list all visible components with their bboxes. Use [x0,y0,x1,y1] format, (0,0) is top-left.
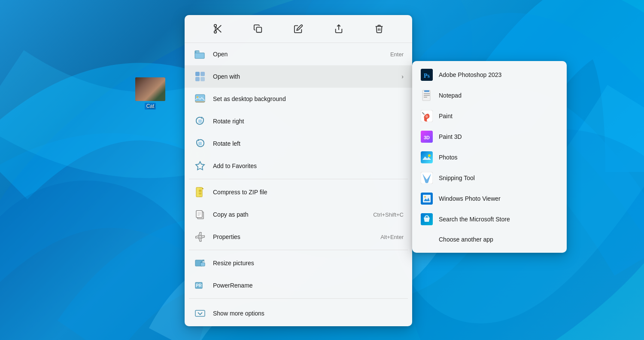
paint3d-label: Paint 3D [439,133,462,140]
compress-label: Compress to ZIP file [213,189,404,196]
svg-rect-17 [200,72,205,76]
submenu-open-with: Ps Adobe Photoshop 2023 Notepad [412,61,567,253]
store-icon [421,213,433,225]
svg-rect-41 [195,101,205,102]
copy-button[interactable] [250,21,266,37]
wpv-icon [421,193,433,205]
properties-label: Properties [213,233,372,240]
menu-item-properties[interactable]: Properties Alt+Enter [185,226,412,248]
svg-point-7 [214,25,217,27]
compress-icon [193,185,207,199]
svg-rect-23 [424,90,429,92]
menu-item-resize[interactable]: Resize pictures [185,252,412,274]
copy-path-icon [193,208,207,221]
properties-icon [193,230,207,244]
svg-rect-48 [199,193,201,194]
submenu-item-notepad[interactable]: Notepad [412,85,567,106]
svg-text:3D: 3D [424,135,430,140]
photos-label: Photos [439,154,458,161]
favorites-icon [193,159,207,173]
menu-item-rotate-left[interactable]: Rotate left [185,132,412,155]
svg-rect-56 [200,263,205,266]
svg-rect-42 [198,119,202,123]
favorites-label: Add to Favorites [213,162,404,169]
open-label: Open [213,51,382,58]
file-thumbnail [135,77,165,101]
file-icon-label: Cat [145,103,156,110]
svg-rect-43 [198,142,202,145]
menu-divider-1 [189,179,408,179]
svg-rect-11 [256,27,261,32]
powerrename-label: PowerRename [213,282,404,289]
menu-item-copy-path[interactable]: Copy as path Ctrl+Shift+C [185,203,412,226]
snipping-label: Snipping Tool [439,175,475,181]
open-with-icon [193,70,207,83]
svg-point-28 [425,115,428,118]
svg-rect-14 [195,53,204,58]
choose-app-label: Choose another app [439,236,493,243]
svg-point-40 [197,96,198,98]
svg-point-54 [199,236,201,238]
paint3d-icon: 3D [421,131,433,143]
photos-icon [421,151,433,163]
paint-icon [421,110,433,122]
open-with-label: Open with [213,73,397,80]
submenu-item-wpv[interactable]: Windows Photo Viewer [412,188,567,209]
svg-rect-18 [195,77,200,81]
submenu-item-paint3d[interactable]: 3D Paint 3D [412,126,567,147]
copy-path-shortcut: Ctrl+Shift+C [373,211,404,218]
submenu-item-choose-app[interactable]: Choose another app [412,230,567,249]
svg-text:PR: PR [196,283,202,288]
svg-rect-60 [195,310,205,316]
store-label: Search the Microsoft Store [439,216,510,223]
delete-button[interactable] [371,21,387,37]
desktop-file-icon[interactable]: Cat [133,77,167,110]
menu-item-open-with[interactable]: Open with › Ps Adobe Photoshop 2023 [185,65,412,88]
menu-icon-bar [185,15,412,43]
more-options-label: Show more options [213,310,404,317]
notepad-label: Notepad [439,92,462,99]
open-icon [193,47,207,61]
rename-button[interactable] [291,21,306,37]
open-shortcut: Enter [390,51,404,58]
photoshop-icon: Ps [421,69,433,81]
share-button[interactable] [331,21,346,37]
cut-button[interactable] [210,21,225,37]
rotate-left-label: Rotate left [213,140,404,147]
svg-rect-31 [421,151,433,163]
svg-text:Ps: Ps [424,73,430,79]
svg-marker-44 [196,162,204,170]
more-options-icon [193,306,207,320]
set-bg-icon [193,92,207,106]
submenu-item-photoshop[interactable]: Ps Adobe Photoshop 2023 [412,64,567,85]
paint-label: Paint [439,113,453,119]
menu-item-rotate-right[interactable]: Rotate right [185,110,412,132]
submenu-item-store[interactable]: Search the Microsoft Store [412,209,567,230]
submenu-item-photos[interactable]: Photos [412,147,567,168]
menu-item-compress[interactable]: Compress to ZIP file [185,181,412,203]
svg-point-2 [0,181,206,340]
rotate-right-label: Rotate right [213,118,404,125]
svg-point-32 [428,154,431,157]
svg-rect-47 [199,190,201,192]
open-with-arrow: › [401,73,404,80]
svg-point-37 [424,196,426,198]
properties-shortcut: Alt+Enter [380,234,404,240]
snipping-icon [421,172,433,184]
menu-divider-2 [189,250,408,250]
svg-rect-16 [195,72,200,76]
rotate-left-icon [193,137,207,150]
svg-rect-45 [196,187,202,197]
menu-item-more-options[interactable]: Show more options [185,300,412,326]
svg-rect-19 [200,77,205,81]
menu-item-set-bg[interactable]: Set as desktop background [185,88,412,110]
wpv-label: Windows Photo Viewer [439,195,501,202]
submenu-item-snipping[interactable]: Snipping Tool [412,168,567,188]
submenu-item-paint[interactable]: Paint [412,106,567,126]
set-bg-label: Set as desktop background [213,95,404,102]
menu-item-open[interactable]: Open Enter [185,43,412,65]
menu-item-powerrename[interactable]: PR PowerRename [185,274,412,297]
photoshop-label: Adobe Photoshop 2023 [439,71,501,78]
powerrename-icon: PR [193,279,207,292]
menu-item-favorites[interactable]: Add to Favorites [185,155,412,177]
